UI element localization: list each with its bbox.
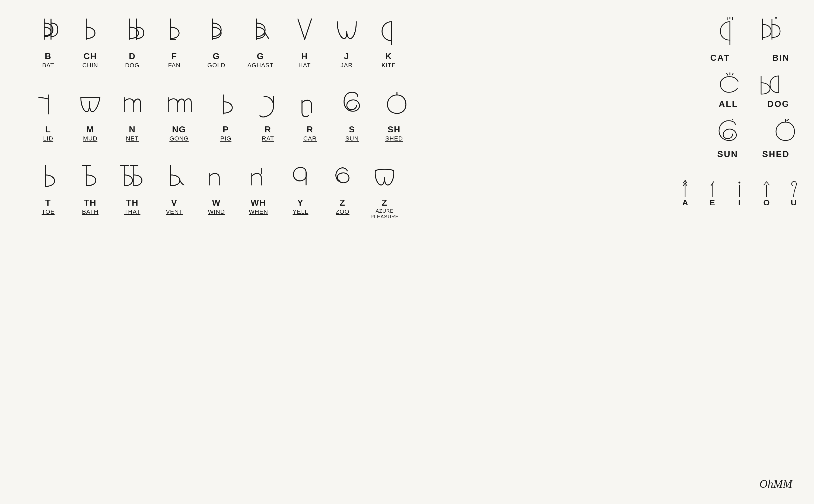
vowel-I-glyph — [733, 179, 746, 198]
symbol-WH — [237, 163, 279, 193]
symbol-Z — [322, 163, 364, 193]
tengwar-K-glyph — [377, 16, 401, 46]
symbol-R2 — [289, 90, 331, 119]
symbol-T — [27, 163, 69, 193]
word-LID: LID — [27, 135, 69, 142]
svg-line-11 — [305, 19, 311, 39]
svg-line-43 — [732, 73, 733, 75]
example-CAT-label: CAT — [710, 53, 730, 63]
vowel-U-label: U — [791, 198, 797, 207]
word-GOLD: GOLD — [195, 62, 237, 69]
symbol-TH — [69, 163, 111, 193]
word-CHIN: CHIN — [69, 62, 111, 69]
vowel-E-label: E — [710, 198, 715, 207]
letter-TH2: TH — [111, 198, 153, 208]
tengwar-SUN-glyph — [711, 119, 743, 146]
tengwar-N-glyph — [120, 90, 145, 119]
symbol-N — [111, 90, 153, 119]
symbol-G — [195, 16, 237, 46]
tengwar-SHED-glyph — [760, 119, 800, 146]
svg-line-60 — [767, 182, 769, 185]
symbol-TH2 — [111, 163, 153, 193]
tengwar-G-glyph — [204, 16, 229, 46]
letter-R: R — [247, 125, 289, 135]
example-ALL-symbol — [716, 71, 743, 99]
symbol-P — [205, 90, 247, 119]
word-ZOO: ZOO — [322, 208, 364, 215]
example-SUN-label: SUN — [717, 149, 738, 159]
svg-point-40 — [775, 17, 777, 19]
vowel-A-label: A — [682, 198, 688, 207]
letter-M: M — [69, 125, 111, 135]
symbol-G2 — [237, 16, 284, 46]
symbol-S — [331, 90, 373, 119]
symbol-NG — [153, 90, 205, 119]
symbol-R — [247, 90, 289, 119]
tengwar-CAT-glyph — [703, 16, 746, 52]
svg-line-42 — [727, 73, 728, 75]
letter-WH: WH — [237, 198, 279, 208]
letter-Y: Y — [279, 198, 322, 208]
letter-F: F — [153, 51, 195, 61]
letter-V: V — [153, 198, 195, 208]
word-HAT: HAT — [284, 62, 326, 69]
letter-N: N — [111, 125, 153, 135]
vowel-I-label: I — [738, 198, 740, 207]
symbol-V — [153, 163, 195, 193]
symbol-M — [69, 90, 111, 119]
word-DOG: DOG — [111, 62, 153, 69]
example-CAT-symbol — [703, 16, 746, 53]
symbol-CH — [69, 16, 111, 46]
word-PIG: PIG — [205, 135, 247, 142]
vowel-U-glyph — [787, 179, 800, 198]
tengwar-J-glyph — [335, 16, 359, 46]
tengwar-Y-glyph — [288, 163, 313, 193]
vowel-symbols: A E I O — [678, 179, 800, 207]
example-BIN-symbol — [754, 16, 798, 53]
word-BAT: BAT — [27, 62, 69, 69]
word-AZURE: AZUREPLEASURE — [364, 208, 406, 220]
word-KITE: KITE — [368, 62, 410, 69]
letter-D: D — [111, 51, 153, 61]
letter-CH: CH — [69, 51, 111, 61]
letter-J: J — [326, 51, 368, 61]
letter-W: W — [195, 198, 237, 208]
svg-line-10 — [298, 19, 305, 39]
symbol-Z2 — [364, 163, 406, 193]
tengwar-NG-glyph — [164, 90, 194, 119]
word-TOE: TOE — [27, 208, 69, 215]
row3-letters: T TOE TH BATH TH THAT V VENT W WIND WH W… — [27, 197, 406, 220]
row3-symbols — [27, 163, 406, 193]
tengwar-CH-glyph — [78, 16, 103, 46]
tengwar-H-glyph — [292, 16, 317, 46]
symbol-W — [195, 163, 237, 193]
letter-K: K — [368, 51, 410, 61]
svg-line-59 — [764, 182, 767, 185]
vowel-A-glyph — [678, 179, 692, 198]
word-SHED: SHED — [373, 135, 415, 142]
word-JAR: JAR — [326, 62, 368, 69]
word-WIND: WIND — [195, 208, 237, 215]
tengwar-P-glyph — [214, 90, 238, 119]
svg-point-57 — [739, 182, 740, 184]
row1-symbols — [27, 16, 410, 46]
letter-Z: Z — [322, 198, 364, 208]
letter-G2: G — [237, 51, 284, 61]
word-YELL: YELL — [279, 208, 322, 215]
tengwar-Z2-glyph — [373, 163, 397, 193]
example-SUN-symbol — [711, 119, 743, 148]
word-AGHAST: AGHAST — [237, 62, 284, 69]
symbol-SH — [373, 90, 415, 119]
letter-SH: SH — [373, 125, 415, 135]
word-MUD: MUD — [69, 135, 111, 142]
word-FAN: FAN — [153, 62, 195, 69]
tengwar-R-glyph — [256, 90, 280, 119]
symbol-L — [27, 90, 69, 119]
letter-R2: R — [289, 125, 331, 135]
word-THAT: THAT — [111, 208, 153, 215]
example-BIN-label: BIN — [772, 53, 790, 63]
row2-symbols — [27, 90, 415, 119]
letter-L: L — [27, 125, 69, 135]
vowel-E-glyph — [705, 179, 719, 198]
word-SUN: SUN — [331, 135, 373, 142]
